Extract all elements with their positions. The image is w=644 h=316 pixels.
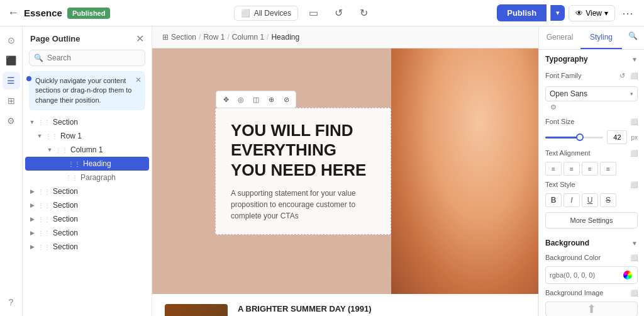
drag-icon[interactable]: ⋮⋮	[45, 133, 58, 140]
outline-item-section3[interactable]: ▶ ⋮⋮ Section	[23, 198, 152, 212]
more-settings-button[interactable]: More Settings	[545, 212, 638, 229]
toggle-icon[interactable]: ▶	[28, 242, 36, 251]
outline-item-paragraph[interactable]: ⋮⋮ Paragraph	[23, 171, 152, 184]
search-input[interactable]	[29, 50, 145, 66]
font-size-responsive-icon[interactable]: ⬜	[630, 118, 638, 125]
bg-image-label: Background Image	[545, 289, 603, 296]
sidebar-settings-icon[interactable]: ⚙	[3, 112, 20, 130]
breadcrumb: ⊞ Section / Row 1 / Column 1 / Heading	[152, 26, 538, 48]
font-family-selector: Open Sans ▾ ⚙	[539, 84, 644, 115]
outline-title: Page Outline	[30, 34, 80, 43]
tab-styling[interactable]: Styling	[580, 26, 622, 49]
bg-image-responsive-icon[interactable]: ⬜	[630, 290, 638, 296]
text-style-row: Text Style ⬜	[539, 178, 644, 191]
italic-button[interactable]: I	[564, 193, 580, 207]
view-button[interactable]: 👁 View ▾	[569, 5, 615, 21]
toggle-icon[interactable]: ▶	[28, 215, 36, 223]
bold-button[interactable]: B	[545, 193, 562, 207]
font-settings-icon[interactable]: ⚙	[548, 101, 559, 113]
info-close-button[interactable]: ✕	[135, 75, 142, 86]
redo-icon[interactable]: ↻	[353, 3, 374, 23]
outline-item-section4[interactable]: ▶ ⋮⋮ Section	[23, 212, 152, 226]
bg-image-upload[interactable]: ⬆	[545, 302, 638, 316]
tab-general[interactable]: General	[539, 26, 580, 49]
delete-icon[interactable]: ⊘	[279, 93, 293, 106]
undo-icon[interactable]: ↺	[328, 3, 348, 23]
text-alignment-row: Text Alignment ⬜	[539, 147, 644, 159]
outline-item-row1[interactable]: ▼ ⋮⋮ Row 1	[23, 129, 152, 143]
refresh-icon[interactable]: ↺	[616, 70, 628, 81]
toggle-icon[interactable]: ▼	[45, 145, 54, 154]
outline-panel: Page Outline ✕ 🔍 Quickly navigate your c…	[23, 26, 152, 316]
drag-icon[interactable]: ⋮⋮	[55, 147, 68, 154]
align-center-button[interactable]: ≡	[564, 162, 580, 176]
breadcrumb-column[interactable]: Column 1	[232, 33, 264, 42]
color-wheel-button[interactable]	[622, 269, 633, 281]
toggle-icon[interactable]: ▼	[35, 132, 44, 140]
sidebar-components-icon[interactable]: ⊞	[3, 92, 20, 110]
drag-icon[interactable]: ⋮⋮	[65, 174, 78, 181]
outline-item-section6[interactable]: ▶ ⋮⋮ Section	[23, 240, 152, 254]
save-icon[interactable]: ◫	[249, 93, 263, 106]
text-style-responsive-icon[interactable]: ⬜	[630, 181, 638, 188]
strikethrough-button[interactable]: S	[600, 193, 616, 207]
breadcrumb-heading[interactable]: Heading	[271, 33, 299, 42]
outline-item-section5[interactable]: ▶ ⋮⋮ Section	[23, 226, 152, 240]
font-family-label: Font Family	[545, 72, 581, 79]
back-icon[interactable]: ←	[8, 6, 19, 20]
breadcrumb-section[interactable]: Section	[171, 33, 196, 42]
outline-item-section1[interactable]: ▼ ⋮⋮ Section	[23, 115, 152, 129]
search-icon: 🔍	[34, 54, 43, 62]
background-section-header[interactable]: Background ▼	[539, 234, 644, 251]
toggle-icon[interactable]: ▶	[28, 229, 36, 237]
brand-name: Essence	[24, 8, 62, 18]
sidebar-help-icon[interactable]: ?	[3, 293, 20, 311]
drag-icon[interactable]: ⋮⋮	[38, 119, 50, 126]
typography-section-header[interactable]: Typography ▼	[539, 50, 644, 67]
sidebar-outline-icon[interactable]: ☰	[3, 72, 20, 89]
font-select-dropdown[interactable]: Open Sans ▾	[545, 86, 638, 101]
toggle-icon[interactable]: ▶	[28, 187, 36, 196]
font-size-input[interactable]	[607, 130, 627, 144]
font-size-slider[interactable]	[545, 137, 603, 138]
text-align-responsive-icon[interactable]: ⬜	[630, 150, 638, 157]
product-card[interactable]: A BRIGHTER SUMMER DAY (1991) $0 No varia…	[152, 294, 538, 316]
drag-icon[interactable]: ⋮⋮	[68, 161, 80, 167]
publish-arrow-button[interactable]: ▾	[550, 5, 565, 21]
bg-color-responsive-icon[interactable]: ⬜	[630, 254, 638, 261]
outline-item-column1[interactable]: ▼ ⋮⋮ Column 1	[23, 143, 152, 157]
panel-search-button[interactable]: 🔍	[622, 26, 644, 49]
toggle-icon[interactable]	[55, 173, 64, 182]
outline-close-button[interactable]: ✕	[136, 33, 144, 45]
tablet-icon[interactable]: ▭	[303, 3, 323, 23]
more-options-button[interactable]: ⋯	[619, 4, 636, 22]
sidebar-pages-icon[interactable]: ⬛	[3, 52, 20, 69]
breadcrumb-row[interactable]: Row 1	[203, 33, 225, 42]
responsive-icon[interactable]: ⬜	[630, 72, 638, 79]
view-label: View	[586, 9, 602, 18]
publish-button[interactable]: Publish	[497, 4, 547, 21]
drag-icon[interactable]: ⋮⋮	[38, 202, 50, 209]
copy-icon[interactable]: ◎	[234, 93, 248, 106]
typography-label: Typography	[545, 55, 588, 64]
sidebar-nav-icon[interactable]: ⊙	[3, 31, 20, 49]
drag-icon[interactable]: ⋮⋮	[38, 188, 50, 195]
align-left-button[interactable]: ≡	[545, 162, 562, 176]
move-icon[interactable]: ✥	[219, 93, 233, 106]
bg-color-input[interactable]: rgba(0, 0, 0, 0)	[545, 266, 638, 284]
align-justify-button[interactable]: ≡	[600, 162, 616, 176]
outline-item-section2[interactable]: ▶ ⋮⋮ Section	[23, 184, 152, 198]
align-right-button[interactable]: ≡	[582, 162, 598, 176]
duplicate-icon[interactable]: ⊕	[264, 93, 278, 106]
toggle-icon[interactable]	[58, 159, 67, 168]
outline-item-heading[interactable]: ⋮⋮ Heading	[25, 157, 149, 171]
all-devices-button[interactable]: ⬜ All Devices	[234, 6, 298, 21]
content-block[interactable]: ✥ ◎ ◫ ⊕ ⊘ YOU WILL FIND EVERYTHING YOU N…	[215, 108, 391, 235]
toggle-icon[interactable]: ▶	[28, 201, 36, 210]
toggle-icon[interactable]: ▼	[28, 118, 36, 127]
underline-button[interactable]: U	[582, 193, 598, 207]
font-size-control: px	[539, 128, 644, 147]
drag-icon[interactable]: ⋮⋮	[38, 230, 50, 237]
drag-icon[interactable]: ⋮⋮	[38, 244, 50, 251]
drag-icon[interactable]: ⋮⋮	[38, 216, 50, 223]
